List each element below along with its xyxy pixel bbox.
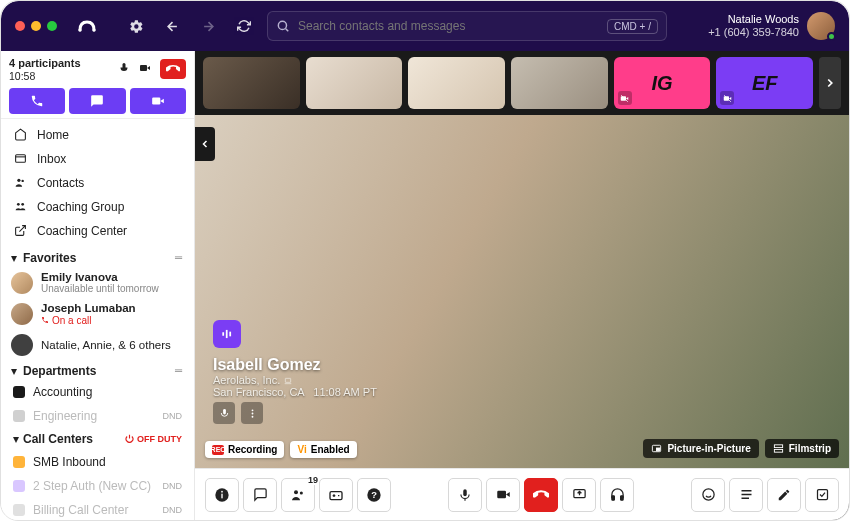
initials: EF bbox=[752, 72, 778, 95]
section-menu-icon[interactable]: ═ bbox=[175, 252, 182, 263]
svg-point-0 bbox=[78, 28, 81, 31]
filmstrip-next[interactable] bbox=[819, 57, 841, 109]
close-window[interactable] bbox=[15, 21, 25, 31]
dept-name: Engineering bbox=[33, 409, 97, 423]
svg-rect-31 bbox=[497, 491, 506, 499]
speaker-more-button[interactable] bbox=[241, 402, 263, 424]
initials: IG bbox=[651, 72, 672, 95]
minimize-window[interactable] bbox=[31, 21, 41, 31]
svg-rect-22 bbox=[774, 449, 782, 452]
favorite-item[interactable]: Emily IvanovaUnavailable until tomorrow bbox=[1, 267, 194, 299]
call-toolbar: 19 ? bbox=[195, 468, 849, 520]
call-center-item[interactable]: Billing Call CenterDND bbox=[1, 498, 194, 520]
svg-point-26 bbox=[294, 490, 298, 494]
pip-button[interactable]: Picture-in-Picture bbox=[643, 439, 758, 458]
avatar bbox=[11, 272, 33, 294]
hangup-button[interactable] bbox=[160, 59, 186, 79]
settings-button[interactable] bbox=[123, 13, 149, 39]
nav-coaching-center[interactable]: Coaching Center bbox=[1, 219, 194, 243]
speaker-mic-button[interactable] bbox=[213, 402, 235, 424]
call-action-video[interactable] bbox=[130, 88, 186, 114]
section-call-centers[interactable]: ▾ Call Centers OFF DUTY bbox=[1, 428, 194, 450]
current-user[interactable]: Natalie Woods +1 (604) 359-7840 bbox=[708, 12, 835, 40]
svg-point-25 bbox=[221, 490, 223, 492]
checkbox-button[interactable] bbox=[805, 478, 839, 512]
svg-rect-5 bbox=[15, 155, 25, 163]
call-action-phone[interactable] bbox=[9, 88, 65, 114]
end-call-button[interactable] bbox=[524, 478, 558, 512]
user-avatar[interactable] bbox=[807, 12, 835, 40]
reactions-button[interactable] bbox=[691, 478, 725, 512]
forward-button[interactable] bbox=[195, 13, 221, 39]
avatar-group bbox=[11, 334, 33, 356]
nav-label: Coaching Group bbox=[37, 200, 124, 214]
participants-button[interactable]: 19 bbox=[281, 478, 315, 512]
chat-button[interactable] bbox=[243, 478, 277, 512]
nav-label: Contacts bbox=[37, 176, 84, 190]
edit-button[interactable] bbox=[767, 478, 801, 512]
sidebar: 4 participants 10:58 Home Inbox Contacts… bbox=[1, 51, 195, 520]
nav-contacts[interactable]: Contacts bbox=[1, 171, 194, 195]
section-favorites[interactable]: ▾ Favorites ═ bbox=[1, 247, 194, 267]
muted-icon bbox=[618, 91, 632, 105]
off-duty-badge[interactable]: OFF DUTY bbox=[125, 434, 182, 444]
search-bar[interactable]: CMD + / bbox=[267, 11, 667, 41]
participant-thumb[interactable]: EF bbox=[716, 57, 813, 109]
cc-swatch bbox=[13, 480, 25, 492]
call-center-item[interactable]: SMB Inbound bbox=[1, 450, 194, 474]
cc-name: Billing Call Center bbox=[33, 503, 128, 517]
share-screen-button[interactable] bbox=[562, 478, 596, 512]
section-menu-icon[interactable]: ═ bbox=[175, 365, 182, 376]
kbd-hint: CMD + / bbox=[607, 19, 658, 34]
svg-rect-24 bbox=[221, 493, 222, 498]
participant-thumb[interactable] bbox=[306, 57, 403, 109]
svg-point-9 bbox=[21, 203, 24, 206]
contacts-icon bbox=[13, 176, 27, 189]
call-center-item[interactable]: 2 Step Auth (New CC)DND bbox=[1, 474, 194, 498]
voice-ai-icon bbox=[213, 320, 241, 348]
group-icon bbox=[13, 200, 27, 213]
call-action-message[interactable] bbox=[69, 88, 125, 114]
participant-thumb[interactable]: IG bbox=[614, 57, 711, 109]
department-item[interactable]: EngineeringDND bbox=[1, 404, 194, 428]
nav-home[interactable]: Home bbox=[1, 123, 194, 147]
camera-button[interactable] bbox=[486, 478, 520, 512]
user-phone: +1 (604) 359-7840 bbox=[708, 26, 799, 39]
filmstrip: IG EF bbox=[195, 51, 849, 115]
favorite-item[interactable]: Natalie, Annie, & 6 others bbox=[1, 330, 194, 360]
list-button[interactable] bbox=[729, 478, 763, 512]
video-icon[interactable] bbox=[138, 62, 152, 77]
filmstrip-button[interactable]: Filmstrip bbox=[765, 439, 839, 458]
help-button[interactable]: ? bbox=[357, 478, 391, 512]
section-departments[interactable]: ▾ Departments ═ bbox=[1, 360, 194, 380]
refresh-button[interactable] bbox=[231, 13, 257, 39]
headset-button[interactable] bbox=[600, 478, 634, 512]
nav-coaching-group[interactable]: Coaching Group bbox=[1, 195, 194, 219]
favorite-status: Unavailable until tomorrow bbox=[41, 283, 159, 294]
nav-label: Home bbox=[37, 128, 69, 142]
svg-point-7 bbox=[21, 180, 23, 182]
mute-button[interactable] bbox=[448, 478, 482, 512]
department-item[interactable]: Accounting bbox=[1, 380, 194, 404]
cc-name: 2 Step Auth (New CC) bbox=[33, 479, 151, 493]
nav-label: Inbox bbox=[37, 152, 66, 166]
collapse-sidebar-tab[interactable] bbox=[195, 127, 215, 161]
svg-rect-28 bbox=[330, 491, 342, 499]
vi-badge: ViEnabled bbox=[290, 441, 356, 458]
info-button[interactable] bbox=[205, 478, 239, 512]
user-name: Natalie Woods bbox=[708, 13, 799, 26]
nav-inbox[interactable]: Inbox bbox=[1, 147, 194, 171]
participant-thumb[interactable] bbox=[408, 57, 505, 109]
external-icon bbox=[13, 224, 27, 237]
search-input[interactable] bbox=[298, 19, 599, 33]
laptop-icon bbox=[283, 377, 293, 385]
favorite-item[interactable]: Joseph LumabanOn a call bbox=[1, 298, 194, 330]
mic-icon[interactable] bbox=[118, 62, 130, 77]
back-button[interactable] bbox=[159, 13, 185, 39]
cc-name: SMB Inbound bbox=[33, 455, 106, 469]
participant-thumb[interactable] bbox=[203, 57, 300, 109]
add-person-button[interactable] bbox=[319, 478, 353, 512]
participant-thumb[interactable] bbox=[511, 57, 608, 109]
cc-swatch bbox=[13, 456, 25, 468]
maximize-window[interactable] bbox=[47, 21, 57, 31]
